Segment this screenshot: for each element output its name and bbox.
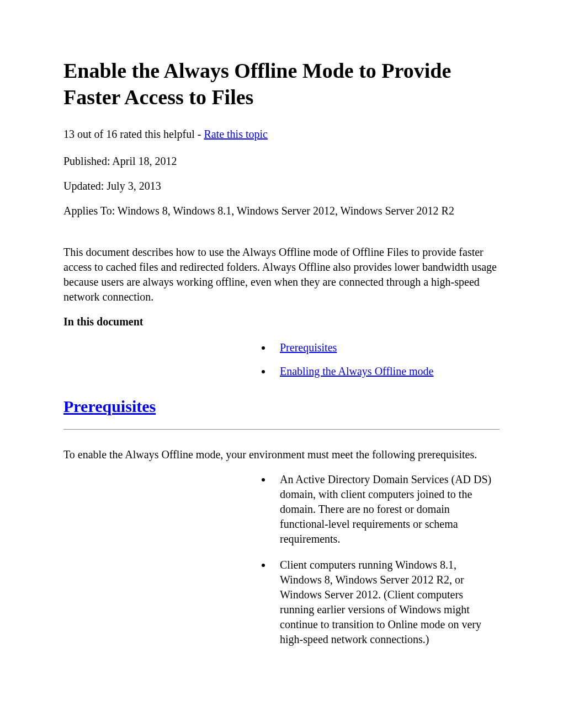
section-heading-prerequisites: Prerequisites	[63, 395, 500, 418]
page-title: Enable the Always Offline Mode to Provid…	[63, 58, 500, 110]
published-date: Published: April 18, 2012	[63, 154, 500, 169]
list-item: Client computers running Windows 8.1, Wi…	[272, 558, 493, 647]
rating-line: 13 out of 16 rated this helpful - Rate t…	[63, 127, 500, 142]
prereq-intro: To enable the Always Offline mode, your …	[63, 447, 500, 462]
toc-item: Enabling the Always Offline mode	[272, 364, 500, 379]
toc-item: Prerequisites	[272, 340, 500, 355]
updated-date: Updated: July 3, 2013	[63, 179, 500, 194]
section-heading-link[interactable]: Prerequisites	[63, 397, 156, 415]
rating-text: 13 out of 16 rated this helpful -	[63, 128, 204, 140]
toc-link-enabling[interactable]: Enabling the Always Offline mode	[280, 365, 433, 377]
toc-link-prerequisites[interactable]: Prerequisites	[280, 341, 337, 354]
applies-to: Applies To: Windows 8, Windows 8.1, Wind…	[63, 204, 500, 218]
section-divider	[63, 429, 500, 430]
rate-topic-link[interactable]: Rate this topic	[204, 128, 268, 140]
intro-paragraph: This document describes how to use the A…	[63, 245, 500, 304]
list-item: An Active Directory Domain Services (AD …	[272, 472, 493, 547]
prereq-list: An Active Directory Domain Services (AD …	[250, 472, 493, 647]
in-this-document-heading: In this document	[63, 314, 500, 329]
toc-list: Prerequisites Enabling the Always Offlin…	[250, 340, 500, 379]
